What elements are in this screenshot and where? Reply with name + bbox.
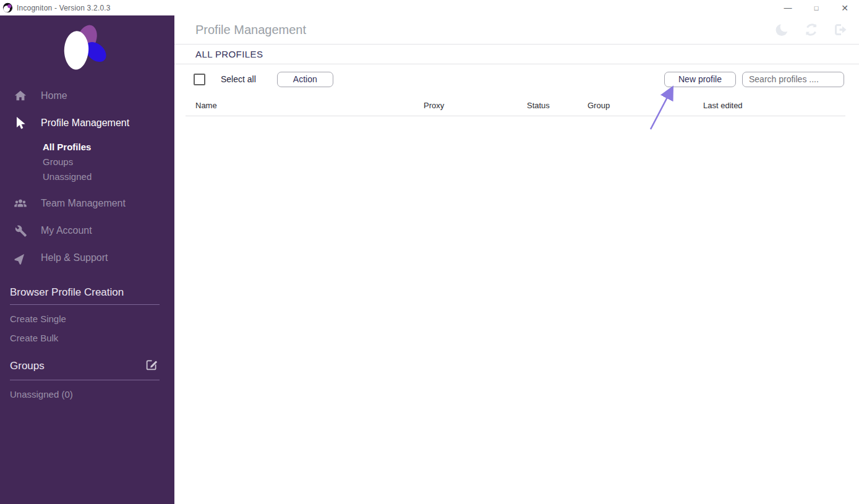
- sidebar-item-my-account[interactable]: My Account: [0, 217, 174, 244]
- action-button[interactable]: Action: [277, 72, 333, 87]
- sidebar-item-label: Profile Management: [41, 117, 129, 129]
- profiles-table-header: Name Proxy Status Group Last edited: [186, 98, 845, 116]
- sidebar-item-profile-management[interactable]: Profile Management: [0, 109, 174, 137]
- sidebar-item-groups[interactable]: Groups: [43, 154, 174, 169]
- edit-groups-icon[interactable]: [145, 358, 158, 374]
- sidebar-item-create-single[interactable]: Create Single: [10, 314, 160, 324]
- profiles-toolbar: Select all Action New profile: [174, 64, 859, 94]
- main-content: Profile Management: [174, 15, 859, 504]
- page-title: Profile Management: [195, 23, 306, 37]
- sidebar-item-help-support[interactable]: Help & Support: [0, 244, 174, 271]
- column-header-status: Status: [527, 101, 550, 110]
- window-title: Incogniton - Version 3.2.0.3: [17, 4, 111, 12]
- groups-section: Groups Unassigned (0): [10, 358, 160, 399]
- sidebar-item-unassigned[interactable]: Unassigned: [43, 169, 174, 184]
- sidebar-item-team-management[interactable]: Team Management: [0, 190, 174, 217]
- sidebar: Home Profile Management All Profiles Gro…: [0, 15, 174, 504]
- sidebar-item-home[interactable]: Home: [0, 82, 174, 109]
- sidebar-item-unassigned-count[interactable]: Unassigned (0): [10, 389, 160, 399]
- column-header-group: Group: [588, 101, 610, 110]
- moon-icon[interactable]: [775, 22, 790, 37]
- search-profiles-input[interactable]: [742, 72, 844, 87]
- all-profiles-section-bar: ALL PROFILES: [174, 45, 859, 64]
- incogniton-logo: [59, 22, 109, 75]
- minimize-button[interactable]: —: [774, 0, 802, 15]
- sidebar-item-label: Help & Support: [41, 252, 108, 263]
- select-all-checkbox[interactable]: [194, 74, 205, 85]
- section-title: Groups: [10, 360, 45, 372]
- sidebar-item-create-bulk[interactable]: Create Bulk: [10, 333, 160, 343]
- send-icon: [12, 252, 28, 265]
- section-title: ALL PROFILES: [195, 49, 263, 59]
- home-icon: [12, 89, 28, 103]
- new-profile-button[interactable]: New profile: [664, 72, 736, 87]
- column-header-last-edited: Last edited: [703, 101, 743, 110]
- browser-profile-creation-section: Browser Profile Creation Create Single C…: [10, 286, 160, 343]
- select-all-label: Select all: [221, 74, 256, 84]
- sidebar-item-all-profiles[interactable]: All Profiles: [43, 139, 174, 154]
- wrench-icon: [12, 224, 28, 237]
- profile-management-submenu: All Profiles Groups Unassigned: [43, 139, 174, 184]
- logout-icon[interactable]: [833, 22, 848, 37]
- maximize-button[interactable]: □: [802, 0, 831, 15]
- column-header-name: Name: [195, 101, 217, 110]
- sidebar-item-label: My Account: [41, 225, 92, 236]
- section-title: Browser Profile Creation: [10, 286, 124, 299]
- sidebar-item-label: Team Management: [41, 198, 126, 209]
- refresh-icon[interactable]: [804, 22, 819, 37]
- sidebar-item-label: Home: [41, 90, 67, 101]
- main-header: Profile Management: [174, 15, 859, 44]
- cursor-icon: [12, 116, 28, 130]
- window-titlebar: Incogniton - Version 3.2.0.3 — □ ✕: [0, 0, 859, 15]
- close-button[interactable]: ✕: [831, 0, 859, 15]
- app-logo-icon: [2, 2, 13, 13]
- team-icon: [12, 197, 28, 210]
- column-header-proxy: Proxy: [424, 101, 444, 110]
